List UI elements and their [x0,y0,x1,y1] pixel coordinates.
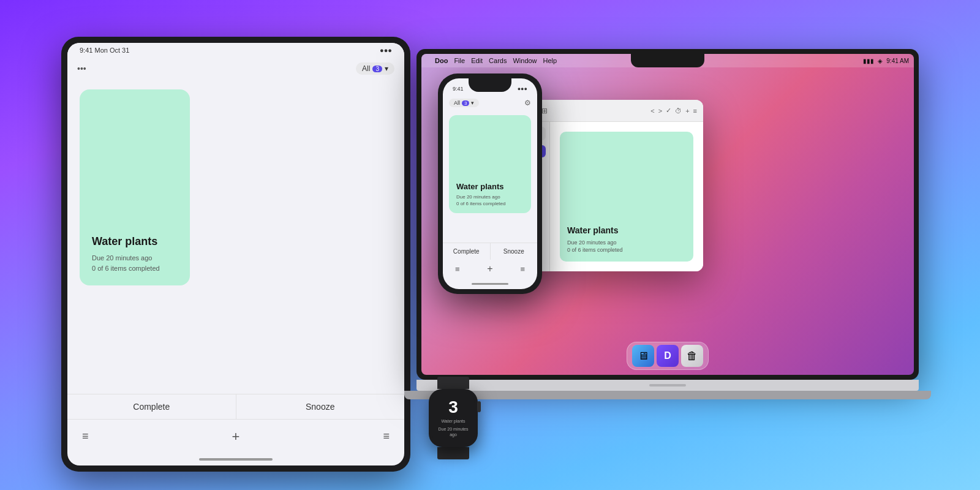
iphone-filter-chevron: ▾ [471,100,474,106]
iphone-content: Water plants Due 20 minutes ago 0 of 6 i… [443,111,537,243]
menu-doo[interactable]: Doo [435,57,448,64]
dock-finder-icon[interactable]: 🖥 [632,345,654,367]
ipad-toolbar: ••• All 3 ▾ [67,58,404,80]
ipad-complete-button[interactable]: Complete [67,394,236,419]
iphone-time: 9:41 [453,86,464,92]
macbook-base [404,391,931,399]
mac-wifi-icon: ◈ [878,58,883,64]
ipad-filter-pill[interactable]: All 3 ▾ [356,62,394,75]
menu-edit[interactable]: Edit [471,57,483,64]
iphone-card-title: Water plants [456,182,524,191]
menu-window[interactable]: Window [513,57,537,64]
iphone-filter-count: 3 [462,100,469,106]
iphone-settings-icon[interactable]: ⚙ [524,99,531,107]
iphone-filter-label: All [454,100,460,106]
iphone-action-bar: Complete Snooze [443,243,537,260]
ipad-items-text: 0 of 6 items completed [92,263,178,274]
iphone-filter-pill[interactable]: All 3 ▾ [449,99,479,107]
ipad-bottombar: ≡ + ≡ [67,419,404,453]
ipad-filter-count: 3 [372,66,382,72]
mac-forward-icon[interactable]: > [658,107,662,115]
iphone-signal-icon: ●●● [518,86,527,92]
mac-battery-icon: ▮▮▮ [863,58,874,64]
iphone-items-text: 0 of 6 items completed [456,200,524,207]
watch-crown [477,401,481,412]
ipad-card-title: Water plants [92,235,178,248]
dock-doo-icon[interactable]: D [657,345,679,367]
iphone-list-icon[interactable]: ≡ [455,265,460,274]
ipad-date: Mon Oct 31 [94,47,129,54]
iphone-toolbar: All 3 ▾ ⚙ [443,94,537,111]
mac-content-panel: Water plants Due 20 minutes ago 0 of 6 i… [550,122,703,271]
iphone-menu-icon[interactable]: ≡ [520,265,525,274]
iphone-complete-button[interactable]: Complete [443,243,491,260]
ipad-action-bar: Complete Snooze [67,394,404,419]
dock-trash-icon[interactable]: 🗑 [681,345,703,367]
macbook-chin [417,380,919,391]
mac-dock: 🖥 D 🗑 [627,342,709,370]
ipad-time: 9:41 [80,47,92,54]
watch-number: 3 [448,399,458,416]
iphone-notch [469,78,511,92]
ipad-home-indicator [67,453,404,466]
iphone-bottombar: ≡ + ≡ [443,260,537,278]
ipad-filter-chevron: ▾ [385,64,388,73]
mac-due-text: Due 20 minutes ago [567,239,686,247]
apple-watch-device: 3 Water plants Due 20 minutes ago [429,377,478,459]
iphone-device: 9:41 ●●● All 3 ▾ ⚙ [438,74,542,294]
mac-add-icon[interactable]: + [685,107,689,115]
ipad-ellipsis[interactable]: ••• [77,64,86,74]
ipad-statusbar: 9:41 Mon Oct 31 ●●● [67,43,404,58]
ipad-card[interactable]: Water plants Due 20 minutes ago 0 of 6 i… [80,89,190,285]
mac-toolbar-right: < > ✓ ⏱ + ≡ [650,107,697,115]
ipad-device: 9:41 Mon Oct 31 ●●● ••• All 3 ▾ [61,37,410,478]
mac-card[interactable]: Water plants Due 20 minutes ago 0 of 6 i… [560,132,693,262]
mac-more-icon[interactable]: ≡ [693,107,697,115]
iphone-home-indicator [443,278,537,289]
mac-clock-icon[interactable]: ⏱ [675,107,682,115]
ipad-due-text: Due 20 minutes ago [92,253,178,263]
mac-grid-icon[interactable]: ⊞ [541,107,548,115]
main-scene: 9:41 Mon Oct 31 ●●● ••• All 3 ▾ [61,24,919,466]
ipad-add-icon[interactable]: + [232,429,240,445]
ipad-filter-label: All [362,64,370,73]
ipad-content: Water plants Due 20 minutes ago 0 of 6 i… [67,80,404,394]
macbook-notch [631,54,704,67]
ipad-list-icon[interactable]: ≡ [82,430,89,443]
mac-card-title: Water plants [567,225,686,235]
iphone-snooze-button[interactable]: Snooze [491,243,538,260]
menu-help[interactable]: Help [543,57,557,64]
ipad-battery-icon: ●●● [380,47,392,54]
mac-check-icon[interactable]: ✓ [666,107,671,115]
iphone-due-text: Due 20 minutes ago [456,194,524,200]
menu-cards[interactable]: Cards [489,57,507,64]
ipad-snooze-button[interactable]: Snooze [236,394,405,419]
mac-time: 9:41 AM [886,58,909,64]
mac-back-icon[interactable]: < [650,107,654,115]
ipad-menu-icon[interactable]: ≡ [383,430,390,443]
iphone-add-icon[interactable]: + [487,263,492,274]
iphone-card[interactable]: Water plants Due 20 minutes ago 0 of 6 i… [449,115,531,213]
watch-task-title: Water plants [441,418,465,424]
menu-file[interactable]: File [454,57,465,64]
mac-items-text: 0 of 6 items completed [567,246,686,254]
watch-due-text: Due 20 minutes ago [435,426,471,437]
